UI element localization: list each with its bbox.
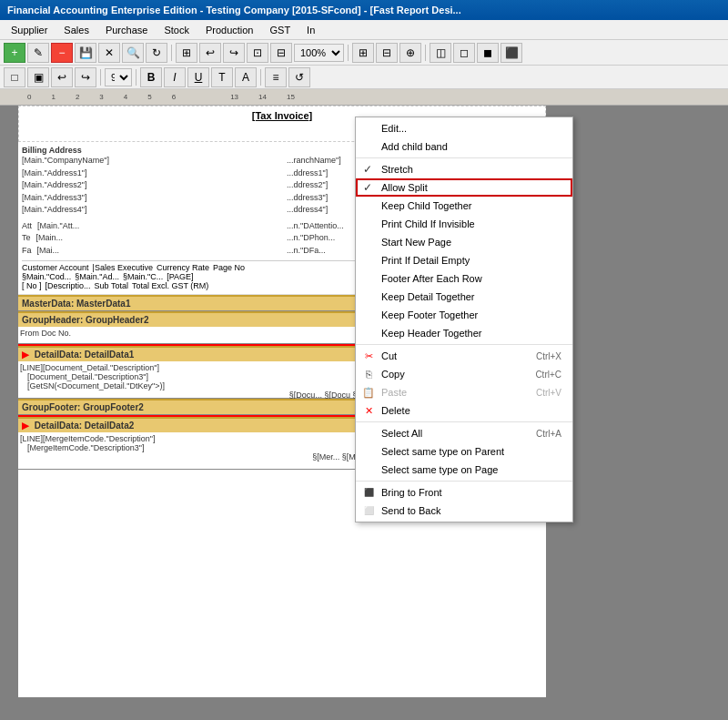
ctx-start-new-page[interactable]: Start New Page (356, 233, 572, 251)
ctx-allow-split[interactable]: ✓ Allow Split (356, 178, 572, 197)
search-button[interactable]: 🔍 (122, 43, 144, 63)
fa-label: Fa (22, 245, 32, 258)
ctx-edit[interactable]: Edit... (356, 119, 572, 137)
redo-button[interactable]: ↪ (75, 67, 96, 87)
ctx-send-to-back-label: Send to Back (381, 505, 440, 516)
toolbar-btn-c[interactable]: ↪ (223, 43, 245, 63)
refresh-button[interactable]: ↻ (146, 43, 167, 63)
color-button[interactable]: A (235, 67, 257, 87)
ruler-6: 6 (172, 93, 176, 101)
menu-bar: Supplier Sales Purchase Stock Production… (0, 20, 728, 40)
menu-sales[interactable]: Sales (56, 23, 96, 37)
ctx-keep-footer-together[interactable]: Keep Footer Together (356, 306, 572, 324)
tb2-b[interactable]: ▣ (27, 67, 49, 87)
ctx-delete-label: Delete (381, 405, 410, 416)
ctx-copy-label: Copy (381, 369, 405, 380)
ctx-paste-label: Paste (381, 387, 407, 398)
tb2-a[interactable]: □ (4, 67, 25, 87)
toolbar-1: + ✎ − 💾 ✕ 🔍 ↻ ⊞ ↩ ↪ ⊡ ⊟ 100% 75% 150% ⊞ … (0, 40, 728, 66)
font-size-select[interactable]: 9 10 12 (105, 68, 132, 86)
ctx-copy[interactable]: ⎘ Copy Ctrl+C (356, 365, 572, 383)
address4-field: [Main."Address4"] (22, 204, 278, 217)
ctx-stretch[interactable]: ✓ Stretch (356, 160, 572, 178)
ctx-select-all[interactable]: Select All Ctrl+A (356, 424, 572, 442)
ctx-bring-to-front[interactable]: ⬛ Bring to Front (356, 483, 572, 502)
menu-in[interactable]: In (299, 23, 322, 37)
ctx-keep-child-together-label: Keep Child Together (381, 200, 471, 211)
menu-gst[interactable]: GST (262, 23, 298, 37)
ctx-keep-header-together[interactable]: Keep Header Together (356, 324, 572, 342)
ctx-allow-split-check: ✓ (363, 181, 372, 194)
tb-f2[interactable]: ◻ (453, 43, 475, 63)
ctx-print-child-invisible-label: Print Child If Invisible (381, 218, 475, 229)
ctx-print-child-invisible[interactable]: Print Child If Invisible (356, 215, 572, 233)
ctx-select-same-page-label: Select same type on Page (381, 464, 498, 475)
ctx-select-same-page[interactable]: Select same type on Page (356, 461, 572, 479)
delete-button[interactable]: − (51, 43, 73, 63)
rotate-button[interactable]: ↺ (288, 67, 310, 87)
menu-purchase[interactable]: Purchase (98, 23, 155, 37)
ruler-14: 14 (258, 93, 267, 101)
grid-button[interactable]: ⊞ (352, 43, 374, 63)
toolbar-2: □ ▣ ↩ ↪ 9 10 12 B I U T A ≡ ↺ (0, 66, 728, 89)
design-area: 0 1 2 3 4 5 6 13 14 15 [Tax Invoice] Bil… (0, 89, 728, 720)
ctx-edit-label: Edit... (381, 123, 407, 134)
ctx-start-new-page-label: Start New Page (381, 237, 451, 248)
menu-supplier[interactable]: Supplier (4, 23, 55, 37)
ruler-3: 3 (99, 93, 103, 101)
align-button[interactable]: ⊟ (376, 43, 398, 63)
toolbar-btn-a[interactable]: ⊞ (176, 43, 197, 63)
snap-button[interactable]: ⊕ (399, 43, 421, 63)
new-button[interactable]: + (4, 43, 25, 63)
toolbar-btn-d[interactable]: ⊡ (247, 43, 268, 63)
ctx-add-child-band[interactable]: Add child band (356, 137, 572, 156)
ctx-cut-label: Cut (381, 350, 397, 361)
delete-icon: ✕ (361, 403, 376, 418)
ruler-0: 0 (27, 93, 31, 101)
ctx-div-1 (356, 157, 572, 158)
ctx-keep-detail-together[interactable]: Keep Detail Together (356, 288, 572, 306)
att-label: Att (22, 220, 32, 233)
copy-icon: ⎘ (361, 367, 376, 381)
ctx-allow-split-label: Allow Split (381, 182, 428, 193)
ruler-1: 1 (51, 93, 55, 101)
from-doc-no-field: From Doc No. (20, 329, 71, 338)
menu-stock[interactable]: Stock (157, 23, 197, 37)
groupfooter-label: GroupFooter: GroupFooter2 (22, 402, 144, 412)
r-att-field: ...n."DAttentio... (287, 220, 344, 233)
main-cod-field: §Main."Cod... (22, 272, 71, 281)
ctx-paste-shortcut: Ctrl+V (518, 388, 561, 398)
ctx-keep-detail-together-label: Keep Detail Together (381, 291, 475, 302)
fa-field: [Mai... (37, 245, 60, 258)
company-name-field: [Main."CompanyName"] (22, 155, 278, 167)
ctx-print-if-detail-empty[interactable]: Print If Detail Empty (356, 251, 572, 269)
ctx-select-same-parent[interactable]: Select same type on Parent (356, 442, 572, 461)
ctx-add-child-band-label: Add child band (381, 141, 448, 152)
undo-button[interactable]: ↩ (51, 67, 73, 87)
menu-production[interactable]: Production (198, 23, 261, 37)
ctx-footer-after-each-row-label: Footer After Each Row (381, 273, 482, 284)
toolbar-btn-b[interactable]: ↩ (199, 43, 221, 63)
ctx-keep-child-together[interactable]: Keep Child Together (356, 197, 572, 215)
edit-button[interactable]: ✎ (27, 43, 49, 63)
underline-button[interactable]: U (187, 67, 209, 87)
tb-f4[interactable]: ⬛ (500, 43, 522, 63)
bold-button[interactable]: B (140, 67, 162, 87)
zoom-select[interactable]: 100% 75% 150% (294, 44, 344, 62)
detail2-red-marker: ▶ (22, 421, 29, 431)
italic-button[interactable]: I (164, 67, 186, 87)
tb-f3[interactable]: ◼ (477, 43, 499, 63)
tb-f1[interactable]: ◫ (430, 43, 451, 63)
description-field: [Descriptio... (46, 281, 91, 290)
toolbar-btn-e[interactable]: ⊟ (270, 43, 292, 63)
font-button[interactable]: T (211, 67, 233, 87)
align-left[interactable]: ≡ (265, 67, 287, 87)
save-button[interactable]: 💾 (75, 43, 96, 63)
no-field: [ No ] (22, 281, 42, 290)
ctx-delete[interactable]: ✕ Delete (356, 401, 572, 420)
ctx-footer-after-each-row[interactable]: Footer After Each Row (356, 269, 572, 288)
ctx-send-to-back[interactable]: ⬜ Send to Back (356, 502, 572, 520)
ctx-cut[interactable]: ✂ Cut Ctrl+X (356, 347, 572, 365)
cancel-button[interactable]: ✕ (98, 43, 120, 63)
ctx-paste: 📋 Paste Ctrl+V (356, 383, 572, 401)
